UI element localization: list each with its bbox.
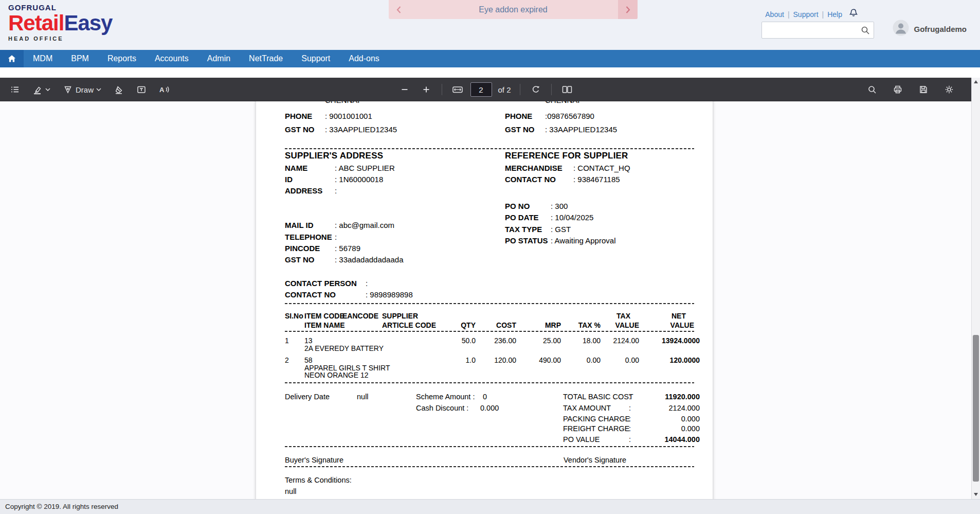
items-table-header: SI.NoITEM CODEEANCODESUPPLIERTAXNETITEM … xyxy=(285,312,694,331)
product-logo: RetailEasy xyxy=(8,12,112,34)
add-text-button[interactable] xyxy=(133,81,150,98)
pen-nib-icon xyxy=(63,84,73,95)
nav-item-admin[interactable]: Admin xyxy=(198,50,240,67)
search-icon[interactable] xyxy=(860,25,870,38)
zoom-out-button[interactable] xyxy=(395,81,413,98)
gear-icon xyxy=(944,84,954,95)
contact-section: PHONE: 9001001001GST NO: 33AAPPLIED12345… xyxy=(285,111,694,136)
nav-item-nettrade[interactable]: NetTrade xyxy=(240,50,292,67)
nav-item-add-ons[interactable]: Add-ons xyxy=(339,50,389,67)
col-header: VALUE xyxy=(670,322,694,329)
header-link-about[interactable]: About xyxy=(765,10,784,19)
field-row: TAX TYPE: GST xyxy=(505,224,694,235)
summary-label: Cash Discount : xyxy=(416,404,468,412)
field-value: : abc@gmail.com xyxy=(335,220,394,231)
item-tax-value: 0.00 xyxy=(625,357,639,364)
draw-tool-button[interactable]: Draw xyxy=(59,81,105,98)
print-button[interactable] xyxy=(889,81,906,98)
page-view-button[interactable] xyxy=(558,81,576,98)
chevron-down-icon xyxy=(96,88,101,91)
item-net-value: 13924.0000 xyxy=(662,337,700,345)
fit-width-button[interactable] xyxy=(448,81,466,98)
toolbar-center-group: of 2 xyxy=(395,78,575,101)
item-name: NEON ORANGE 12 xyxy=(304,371,368,379)
field-value: : xyxy=(366,278,368,289)
scroll-up-button[interactable] xyxy=(972,78,980,86)
zoom-in-button[interactable] xyxy=(417,81,434,98)
page-number-input[interactable] xyxy=(470,82,492,97)
col-header: QTY xyxy=(461,322,476,329)
rotate-icon xyxy=(531,84,541,95)
banner-next-button[interactable] xyxy=(618,0,638,19)
field-row: TELEPHONE: xyxy=(285,232,505,243)
field-label: CONTACT NO xyxy=(505,174,573,185)
settings-button[interactable] xyxy=(940,81,958,98)
field-label: NAME xyxy=(285,163,335,174)
col-header: ARTICLE CODE xyxy=(382,322,436,329)
two-page-view-icon xyxy=(561,84,573,95)
brand-name: GOFRUGAL xyxy=(8,4,112,11)
nav-item-mdm[interactable]: MDM xyxy=(24,50,62,67)
nav-item-accounts[interactable]: Accounts xyxy=(146,50,198,67)
user-menu[interactable]: Gofrugaldemo xyxy=(893,20,967,38)
pdf-viewer: CHENNAI CHENNAI PHONE: 9001001001GST NO:… xyxy=(0,101,971,499)
total-value: 14044.000 xyxy=(664,436,700,444)
field-value: : 10/04/2025 xyxy=(551,212,593,223)
item-mrp: 490.00 xyxy=(539,357,561,364)
dashed-divider xyxy=(285,331,694,332)
field-label: GST NO xyxy=(505,124,545,135)
page-footer: Copyright © 2019. All rights reserved xyxy=(0,499,980,514)
notifications-bell[interactable] xyxy=(848,8,859,20)
field-row: PO DATE: 10/04/2025 xyxy=(505,212,694,223)
signatures-row: Buyer's Signature Vendor's Signature xyxy=(285,456,694,465)
totals-block: TOTAL BASIC COST:11920.000TAX AMOUNT:212… xyxy=(563,393,700,445)
field-row: MAIL ID: abc@gmail.com xyxy=(285,220,505,231)
field-label: MERCHANDISE xyxy=(505,163,573,174)
sidebar-toggle-button[interactable] xyxy=(6,81,24,98)
save-button[interactable] xyxy=(915,81,932,98)
nav-home-button[interactable] xyxy=(0,50,24,67)
total-colon: : xyxy=(629,404,631,412)
search-input[interactable] xyxy=(762,22,874,38)
terms-label: Terms & Conditions: xyxy=(285,476,694,484)
item-tax-pct: 18.00 xyxy=(583,337,601,345)
erase-tool-button[interactable] xyxy=(110,81,128,98)
header-link-help[interactable]: Help xyxy=(827,10,842,19)
find-in-document-button[interactable] xyxy=(863,81,881,98)
pdf-page: CHENNAI CHENNAI PHONE: 9001001001GST NO:… xyxy=(256,101,713,499)
field-label: PO NO xyxy=(505,201,551,212)
app-window: GOFRUGAL RetailEasy HEAD OFFICE Eye addo… xyxy=(0,0,980,514)
item-sno: 2 xyxy=(285,357,289,364)
highlight-tool-button[interactable] xyxy=(29,81,54,98)
copyright-text: Copyright © 2019. All rights reserved xyxy=(5,503,118,510)
po-document: CHENNAI CHENNAI PHONE: 9001001001GST NO:… xyxy=(256,101,713,499)
nav-item-reports[interactable]: Reports xyxy=(98,50,146,67)
item-qty: 1.0 xyxy=(466,357,476,364)
col-header: TAX xyxy=(616,312,630,320)
field-value: : 33AAPPLIED12345 xyxy=(325,124,397,135)
chevron-left-icon xyxy=(396,6,402,14)
field-label: PHONE xyxy=(505,111,545,122)
nav-item-bpm[interactable]: BPM xyxy=(62,50,98,67)
rotate-button[interactable] xyxy=(527,81,545,98)
nav-item-support[interactable]: Support xyxy=(292,50,339,67)
field-row: PINCODE: 56789 xyxy=(285,243,505,254)
read-aloud-button[interactable]: A xyxy=(155,81,173,98)
nav-menu: MDMBPMReportsAccountsAdminNetTradeSuppor… xyxy=(24,50,389,67)
col-header: EANCODE xyxy=(342,312,378,320)
item-row: 2581.0120.00490.000.000.00120.0000APPARE… xyxy=(285,357,694,379)
scroll-down-button[interactable] xyxy=(972,490,980,499)
home-icon xyxy=(7,54,17,63)
banner-prev-button[interactable] xyxy=(389,0,408,19)
branch-contact-block: PHONE:09876567890GST NO: 33AAPPLIED12345 xyxy=(505,111,694,136)
total-label: TAX AMOUNT xyxy=(563,404,611,412)
notification-banner: Eye addon expired xyxy=(389,0,638,19)
field-row: PHONE:09876567890 xyxy=(505,111,694,122)
summary-value: 0.000 xyxy=(480,404,499,412)
header-link-support[interactable]: Support xyxy=(793,10,819,19)
total-label: PO VALUE xyxy=(563,436,600,444)
header-links: About|Support|Help xyxy=(765,10,842,19)
save-icon xyxy=(918,84,929,95)
field-group: MAIL ID: abc@gmail.comTELEPHONE:PINCODE:… xyxy=(285,220,505,265)
scrollbar-thumb[interactable] xyxy=(973,335,979,482)
